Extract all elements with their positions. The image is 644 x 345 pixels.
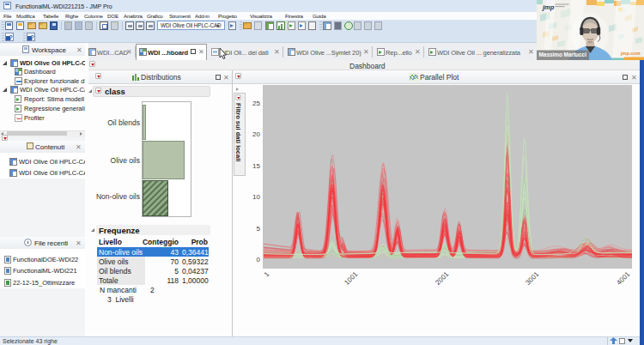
svg-text:jmp: jmp: [542, 3, 555, 11]
svg-text:Massimo Martucci: Massimo Martucci: [539, 51, 587, 58]
svg-text:jmp.com: jmp.com: [620, 51, 641, 56]
